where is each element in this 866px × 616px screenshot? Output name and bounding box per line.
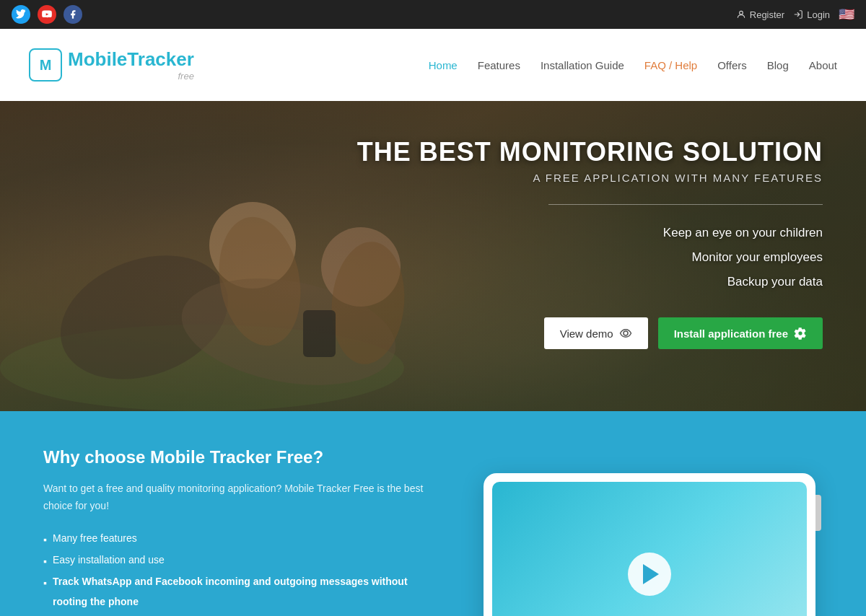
install-label: Install application free [674, 327, 788, 340]
eye-icon [619, 327, 632, 340]
view-demo-label: View demo [560, 327, 613, 340]
why-right [476, 447, 823, 616]
why-section: Why choose Mobile Tracker Free? Want to … [0, 411, 866, 616]
play-triangle-icon [643, 564, 659, 584]
hero-title: THE BEST MONITORING SOLUTION [357, 137, 823, 167]
logo[interactable]: M MobileTracker free [29, 48, 194, 82]
gear-icon [794, 327, 807, 340]
header: M MobileTracker free Home Features Insta… [0, 29, 866, 101]
top-bar: Register Login 🇺🇸 [0, 0, 866, 29]
view-demo-button[interactable]: View demo [544, 317, 648, 349]
register-label: Register [750, 9, 784, 20]
why-title: Why choose Mobile Tracker Free? [43, 447, 433, 467]
logo-name: MobileTracker [68, 48, 194, 71]
hero-features: Keep an eye on your children Monitor you… [663, 221, 823, 294]
why-description: Want to get a free and quality monitorin… [43, 480, 433, 515]
nav-blog[interactable]: Blog [767, 59, 789, 71]
svg-point-0 [739, 11, 743, 14]
login-label: Login [807, 9, 830, 20]
install-button[interactable]: Install application free [658, 317, 823, 349]
svg-point-9 [624, 331, 628, 335]
hero-feature-2: Monitor your employees [663, 245, 823, 270]
phone-mockup [484, 473, 815, 616]
nav-installation[interactable]: Installation Guide [541, 59, 624, 71]
login-button[interactable]: Login [793, 9, 830, 20]
list-item: Monitor your children / employees in rea… [43, 612, 433, 616]
logo-free: free [68, 71, 194, 82]
hero-feature-1: Keep an eye on your children [663, 221, 823, 245]
social-links [12, 5, 82, 24]
youtube-icon[interactable] [38, 5, 56, 24]
nav-features[interactable]: Features [478, 59, 520, 71]
nav-offers[interactable]: Offers [717, 59, 747, 71]
hero-divider [548, 204, 823, 205]
hero-subtitle: A FREE APPLICATION WITH MANY FEATURES [533, 172, 823, 184]
hero-section: THE BEST MONITORING SOLUTION A FREE APPL… [0, 101, 866, 411]
list-item: Many free features [43, 528, 433, 550]
language-flag[interactable]: 🇺🇸 [839, 6, 854, 22]
register-button[interactable]: Register [736, 9, 784, 20]
phone-screen [492, 482, 807, 616]
phone-side-bar [815, 495, 821, 531]
hero-buttons: View demo Install application free [544, 317, 823, 349]
logo-icon: M [29, 48, 62, 82]
nav-faq[interactable]: FAQ / Help [644, 59, 697, 71]
top-actions: Register Login 🇺🇸 [736, 6, 854, 22]
nav-about[interactable]: About [809, 59, 837, 71]
why-left: Why choose Mobile Tracker Free? Want to … [43, 447, 433, 616]
play-button[interactable] [628, 553, 671, 596]
why-list: Many free features Easy installation and… [43, 528, 433, 616]
list-item: Easy installation and use [43, 550, 433, 571]
logo-text: MobileTracker free [68, 48, 194, 82]
nav-home[interactable]: Home [429, 59, 458, 71]
hero-feature-3: Backup your data [663, 270, 823, 294]
twitter-icon[interactable] [12, 5, 30, 24]
facebook-icon[interactable] [64, 5, 82, 24]
hero-content: THE BEST MONITORING SOLUTION A FREE APPL… [0, 101, 866, 349]
main-nav: Home Features Installation Guide FAQ / H… [429, 59, 837, 71]
list-item-bold: Track WhatsApp and Facebook incoming and… [43, 571, 433, 612]
